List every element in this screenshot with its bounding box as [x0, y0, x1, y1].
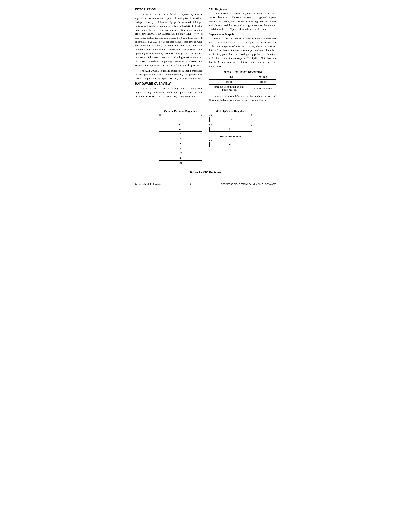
- gpr-row-dot1: •: [159, 132, 202, 136]
- description-title: DESCRIPTION: [135, 8, 203, 11]
- mdr-bit-left: 63: [209, 114, 212, 117]
- pc-bit-right: 0: [251, 139, 252, 142]
- table-header-fpipe: F Pipe: [209, 75, 250, 79]
- pc-block: Program Counter 63 0 PC: [209, 135, 252, 147]
- table-cell-m2: integer, load/store: [250, 85, 276, 93]
- footer-right: SCD7000SC REV B 7/30/01 Plainview NY (51…: [221, 183, 276, 185]
- gpr-row-0: 0: [159, 117, 202, 122]
- right-column: CPU Registers Like all MIPS ISA processo…: [209, 8, 276, 104]
- description-p2: The ACT 7000SC is ideally suited for hig…: [135, 69, 203, 81]
- gpr-row-dot4: •: [159, 146, 202, 151]
- gpr-row-dot2: •: [159, 136, 202, 141]
- gpr-bit-left: 63: [159, 114, 161, 117]
- superscalar-p1: The ACT 7000SC has an efficient symmetri…: [209, 37, 276, 68]
- table-cell-f1: one of:: [209, 79, 250, 85]
- cpu-registers-title: CPU Registers: [209, 8, 276, 11]
- gpr-title: General Purpose Registers: [164, 110, 196, 113]
- mdr-hi-row: HI: [209, 117, 252, 122]
- superscalar-title: Superscalar Dispatch: [209, 33, 276, 36]
- mdr-lo-bit-labels: 63 0: [209, 124, 252, 126]
- mdr-bit-right: 0: [251, 114, 252, 117]
- pc-row: PC: [209, 142, 252, 147]
- hardware-title: HARDWARE OVERVIEW: [135, 82, 203, 86]
- figure-caption: Figure 1 – CP0 Registers: [135, 171, 276, 174]
- table-cell-f2: integer, branch, floating-point,integer …: [209, 85, 250, 93]
- gpr-bit-labels: 63 0: [159, 114, 202, 117]
- left-column: DESCRIPTION The ACT 7000SC is a highly i…: [135, 8, 203, 104]
- gpr-row-r31: r31: [159, 161, 202, 165]
- footer-left: Aeroflex Circuit Technology: [135, 183, 161, 185]
- gpr-bit-right: 0: [201, 114, 202, 117]
- table-cell-m1: one of:: [250, 79, 276, 85]
- gpr-row-r30: r30: [159, 156, 202, 161]
- mdr-hi-bit-labels: 63 0: [209, 114, 252, 117]
- mdr-lo-bit-right: 0: [251, 124, 252, 126]
- figure-below-table: Figure 2 is a simplification of the pipe…: [209, 95, 276, 102]
- mdr-lo-bit-left: 63: [209, 124, 212, 126]
- gpr-row-r2: r2: [159, 127, 202, 132]
- right-diagrams: Multiply/Divide Registers 63 0 HI 63 0 L…: [209, 110, 252, 147]
- figures-section: General Purpose Registers 63 0 0 r1 r2 •…: [135, 110, 276, 165]
- mdr-lo-row: LO: [209, 126, 252, 132]
- instruction-issue-table: F Pipe M Pipe one of: one of: integer, b…: [209, 74, 276, 93]
- table-title: Table 1 – Instruction Issue Rules: [209, 70, 276, 73]
- footer-page-number: 2: [190, 183, 191, 185]
- pc-bit-labels: 63 0: [209, 139, 252, 142]
- mdr-title: Multiply/Divide Registers: [216, 110, 246, 113]
- main-content: DESCRIPTION The ACT 7000SC is a highly i…: [135, 8, 276, 104]
- mdr-block: Multiply/Divide Registers 63 0 HI 63 0 L…: [209, 110, 252, 132]
- gpr-row-r1: r1: [159, 122, 202, 127]
- gpr-row-r29: r29: [159, 151, 202, 156]
- table-row-2: integer, branch, floating-point,integer …: [209, 85, 276, 93]
- footer: Aeroflex Circuit Technology 2 SCD7000SC …: [135, 182, 276, 185]
- description-p1: The ACT 7000SC is a highly integrated sy…: [135, 12, 203, 67]
- cpu-registers-p1: Like all MIPS ISA processors, the ACT 70…: [209, 12, 276, 31]
- table-header-mpipe: M Pipe: [250, 75, 276, 79]
- gpr-row-dot3: •: [159, 141, 202, 146]
- pc-title: Program Counter: [220, 135, 241, 138]
- table-row-1: one of: one of:: [209, 79, 276, 85]
- pc-bit-left: 63: [209, 139, 212, 142]
- hardware-p1: The ACT 7000SC offers a high-level of in…: [135, 87, 203, 98]
- page: DESCRIPTION The ACT 7000SC is a highly i…: [135, 8, 276, 185]
- gpr-block: General Purpose Registers 63 0 0 r1 r2 •…: [159, 110, 202, 165]
